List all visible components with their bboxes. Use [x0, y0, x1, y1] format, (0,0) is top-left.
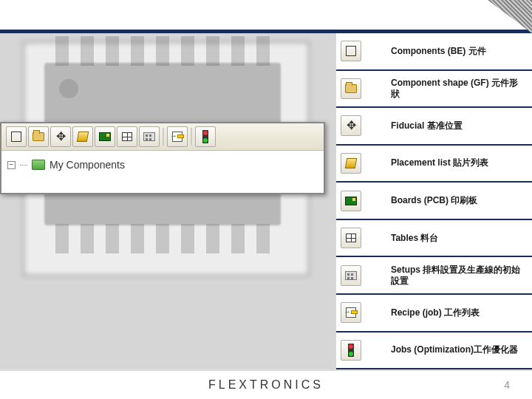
- tb-placement-icon[interactable]: [72, 126, 93, 147]
- tree-view: − My Components: [1, 151, 324, 193]
- legend-item-component-shape: Component shape (GF) 元件形狀: [336, 71, 532, 109]
- legend-label: Fiducial 基准位置: [366, 117, 532, 134]
- legend-label: Jobs (Optimization)工作優化器: [366, 341, 532, 358]
- legend-label: Components (BE) 元件: [366, 43, 532, 60]
- legend-item-placement: Placement list 貼片列表: [336, 146, 532, 183]
- traffic-light-icon: [341, 340, 361, 361]
- legend-label: Tables 料台: [366, 230, 532, 247]
- legend-item-fiducial: ✥ Fiducial 基准位置: [336, 108, 532, 146]
- window-toolbar: ✥: [1, 123, 324, 151]
- legend-item-setups: Setups 排料設置及生產線的初始設置: [336, 257, 532, 295]
- tb-fiducial-icon[interactable]: ✥: [50, 126, 71, 147]
- legend-item-tables: Tables 料台: [336, 220, 532, 258]
- fiducial-icon: ✥: [341, 115, 361, 136]
- page-number: 4: [504, 379, 510, 391]
- recipe-icon: [341, 302, 361, 323]
- legend-item-components: Components (BE) 元件: [336, 33, 532, 71]
- tree-collapse-icon[interactable]: −: [7, 161, 16, 169]
- legend-list: Components (BE) 元件 Component shape (GF) …: [336, 33, 532, 369]
- tree-root-row[interactable]: − My Components: [7, 159, 318, 171]
- legend-item-recipe: Recipe (job) 工作列表: [336, 295, 532, 332]
- tb-folder-icon[interactable]: [28, 126, 49, 147]
- table-icon: [341, 228, 361, 248]
- tree-root-label: My Components: [50, 159, 125, 171]
- screenshot-pane: ✥ − My Components: [0, 33, 336, 369]
- folder-icon: [32, 160, 45, 170]
- legend-label: Component shape (GF) 元件形狀: [366, 75, 532, 103]
- tb-recipe-icon[interactable]: [167, 126, 188, 147]
- tb-light-icon[interactable]: [195, 126, 216, 147]
- legend-label: Placement list 貼片列表: [366, 154, 532, 171]
- brand-logo: FLEXTRONICS: [208, 378, 324, 392]
- placement-icon: [341, 153, 361, 174]
- tb-board-icon[interactable]: [95, 126, 115, 147]
- legend-label: Recipe (job) 工作列表: [366, 304, 532, 321]
- tb-table-icon[interactable]: [117, 126, 137, 147]
- components-window: ✥ − My Components: [0, 122, 325, 194]
- legend-item-boards: Boards (PCB) 印刷板: [336, 183, 532, 220]
- slide-content: ✥ − My Components: [0, 33, 532, 369]
- footer: FLEXTRONICS 4: [0, 371, 532, 399]
- legend-label: Setups 排料設置及生產線的初始設置: [366, 262, 532, 290]
- corner-decoration: [488, 0, 532, 33]
- header-accent-bar: [0, 30, 532, 33]
- chip-icon: [341, 41, 361, 61]
- setup-icon: [341, 265, 361, 286]
- legend-item-jobs: Jobs (Optimization)工作優化器: [336, 332, 532, 370]
- board-icon: [341, 191, 361, 211]
- tb-setup-icon[interactable]: [139, 126, 160, 147]
- legend-label: Boards (PCB) 印刷板: [366, 192, 532, 209]
- folder-icon: [341, 78, 361, 99]
- tb-chip-icon[interactable]: [6, 126, 27, 147]
